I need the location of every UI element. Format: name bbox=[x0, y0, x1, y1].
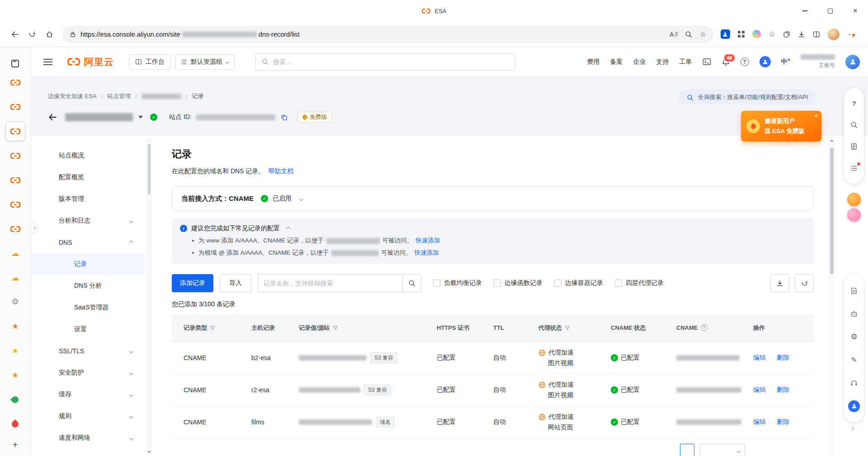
checkbox[interactable] bbox=[554, 280, 561, 287]
profile-badge-icon[interactable] bbox=[721, 29, 730, 39]
vertical-tab-aliyun-6[interactable] bbox=[5, 219, 25, 239]
aliyun-logo[interactable]: 阿里云 bbox=[67, 56, 114, 68]
record-search-button[interactable] bbox=[402, 274, 421, 292]
back-arrow-button[interactable] bbox=[48, 113, 57, 121]
edit-link[interactable]: 编辑 bbox=[753, 354, 766, 362]
breadcrumb-esa[interactable]: 边缘安全加速 ESA bbox=[48, 92, 97, 100]
split-screen-icon[interactable] bbox=[813, 31, 820, 38]
vertical-tab-star-3[interactable]: ★ bbox=[5, 365, 25, 385]
rail-mascot-icon[interactable] bbox=[848, 400, 860, 412]
header-link-enterprise[interactable]: 企业 bbox=[633, 58, 646, 66]
content-scrollbar[interactable] bbox=[828, 136, 835, 456]
browser-profile-avatar[interactable] bbox=[828, 28, 840, 40]
assistant-icon[interactable] bbox=[760, 56, 771, 67]
vertical-tab-aliyun-2[interactable] bbox=[5, 97, 25, 117]
maximize-button[interactable] bbox=[817, 0, 843, 22]
filter-layer4-proxy[interactable]: 四层代理记录 bbox=[615, 279, 664, 287]
rail-pencil-icon[interactable]: ✎ bbox=[848, 354, 860, 366]
vertical-tab-leaf[interactable] bbox=[5, 390, 25, 409]
checkbox[interactable] bbox=[615, 280, 622, 287]
delete-link[interactable]: 删除 bbox=[777, 418, 789, 426]
nav-item-site-overview[interactable]: 站点概况 bbox=[31, 145, 145, 166]
nav-scrollbar[interactable] bbox=[146, 138, 152, 454]
global-search[interactable]: 全局搜索：搜菜单/功能/规则配置/文档/API bbox=[679, 90, 816, 105]
promo-banner[interactable]: 邀请新用户 送 ESA 免费版 × bbox=[741, 111, 821, 142]
filter-edge-container[interactable]: 边缘容器记录 bbox=[554, 279, 603, 287]
checkbox[interactable] bbox=[433, 280, 440, 287]
nav-item-security[interactable]: 安全防护 bbox=[31, 362, 145, 384]
vertical-tab-cloud-2[interactable]: ☁ bbox=[5, 268, 25, 288]
notifications-bell-icon[interactable]: 48 bbox=[722, 57, 730, 66]
rail-survey-icon[interactable] bbox=[848, 141, 860, 152]
record-search-input[interactable] bbox=[258, 274, 402, 292]
nav-item-config-overview[interactable]: 配置概览 bbox=[31, 166, 145, 188]
rail-sticker-pink[interactable] bbox=[847, 208, 861, 222]
workbench-button[interactable]: 工作台 bbox=[129, 54, 170, 70]
page-size-select[interactable] bbox=[700, 444, 745, 456]
nav-item-cache[interactable]: 缓存 bbox=[31, 384, 145, 405]
add-favorite-icon[interactable]: ☆ bbox=[699, 31, 706, 38]
nav-item-speed-network[interactable]: 速度和网络 bbox=[31, 427, 145, 449]
quick-add-link-www[interactable]: 快速添加 bbox=[415, 237, 440, 245]
site-switcher-caret-icon[interactable] bbox=[138, 116, 143, 119]
vertical-tab-cloud-1[interactable]: ☁ bbox=[5, 243, 25, 263]
nav-item-settings[interactable]: 设置 bbox=[31, 318, 145, 340]
console-search-input[interactable] bbox=[273, 58, 509, 66]
delete-link[interactable]: 删除 bbox=[777, 386, 789, 394]
console-search-box[interactable] bbox=[255, 53, 515, 71]
favorites-icon[interactable]: ☆ bbox=[769, 29, 775, 39]
vertical-tab-star-1[interactable]: ★ bbox=[5, 316, 25, 336]
filter-funnel-icon[interactable] bbox=[210, 325, 215, 331]
refresh-list-button[interactable] bbox=[795, 274, 814, 292]
filter-edge-function[interactable]: 边缘函数记录 bbox=[494, 279, 542, 287]
rail-notice-icon[interactable] bbox=[848, 162, 860, 174]
nav-item-rules[interactable]: 规则 bbox=[31, 405, 145, 427]
rail-headset-icon[interactable] bbox=[848, 377, 860, 389]
nav-item-saas-manager[interactable]: SaaS管理器 bbox=[31, 297, 145, 318]
rail-collapse-icon[interactable] bbox=[850, 424, 854, 432]
settings-menu-icon[interactable]: ⋯ bbox=[847, 29, 857, 39]
import-button[interactable]: 导入 bbox=[220, 274, 251, 292]
rail-robot-icon[interactable] bbox=[848, 308, 860, 320]
nav-item-dns-analysis[interactable]: DNS 分析 bbox=[31, 275, 145, 297]
vertical-tab-aliyun-1[interactable] bbox=[5, 72, 25, 92]
downloads-icon[interactable] bbox=[798, 31, 805, 38]
nav-item-dns[interactable]: DNS bbox=[31, 232, 145, 253]
delete-link[interactable]: 删除 bbox=[777, 354, 789, 362]
add-record-button[interactable]: 添加记录 bbox=[172, 274, 213, 292]
read-aloud-icon[interactable]: A bbox=[670, 31, 678, 38]
scroll-up-icon[interactable] bbox=[830, 139, 834, 142]
breadcrumb-site-management[interactable]: 站点管理 bbox=[107, 92, 131, 100]
account-menu[interactable]: 主账号 bbox=[801, 54, 835, 69]
copy-icon[interactable] bbox=[281, 114, 288, 121]
active-tab[interactable]: ESA bbox=[421, 0, 446, 22]
rail-gear-icon[interactable]: ⚙ bbox=[848, 331, 860, 343]
nav-item-analytics-logs[interactable]: 分析和日志 bbox=[31, 210, 145, 232]
nav-item-version-management[interactable]: 版本管理 bbox=[31, 188, 145, 210]
resource-group-selector[interactable]: 默认资源组 bbox=[175, 54, 235, 70]
account-avatar[interactable] bbox=[845, 55, 860, 69]
content-scrollbar-thumb[interactable] bbox=[830, 147, 834, 274]
nav-scrollbar-thumb[interactable] bbox=[148, 144, 151, 195]
quick-add-link-root[interactable]: 快速添加 bbox=[415, 249, 439, 257]
promo-close-icon[interactable]: × bbox=[814, 113, 818, 119]
vertical-tab-aliyun-5[interactable] bbox=[5, 195, 25, 214]
vertical-tab-star-2[interactable]: ★ bbox=[5, 341, 25, 361]
cloudshell-icon[interactable] bbox=[703, 58, 711, 66]
chevron-down-icon[interactable] bbox=[299, 196, 304, 201]
rail-doc-icon[interactable] bbox=[848, 285, 860, 297]
refresh-button[interactable] bbox=[24, 26, 41, 43]
apps-grid-icon[interactable] bbox=[738, 31, 745, 38]
edit-link[interactable]: 编辑 bbox=[753, 418, 766, 426]
rail-search-icon[interactable] bbox=[848, 119, 860, 131]
checkbox[interactable] bbox=[494, 280, 501, 287]
chevron-up-icon[interactable] bbox=[286, 226, 291, 231]
export-button[interactable] bbox=[770, 274, 789, 292]
new-tab-button[interactable]: + bbox=[5, 435, 25, 455]
header-link-billing[interactable]: 费用 bbox=[587, 58, 600, 66]
filter-funnel-icon[interactable] bbox=[565, 325, 570, 331]
address-bar[interactable]: https://esa.console.aliyun.com/site dns-… bbox=[62, 26, 713, 43]
vertical-tab-aliyun-3[interactable] bbox=[5, 146, 25, 166]
vertical-tab-flame[interactable] bbox=[5, 414, 25, 434]
hamburger-menu-icon[interactable] bbox=[43, 59, 52, 65]
